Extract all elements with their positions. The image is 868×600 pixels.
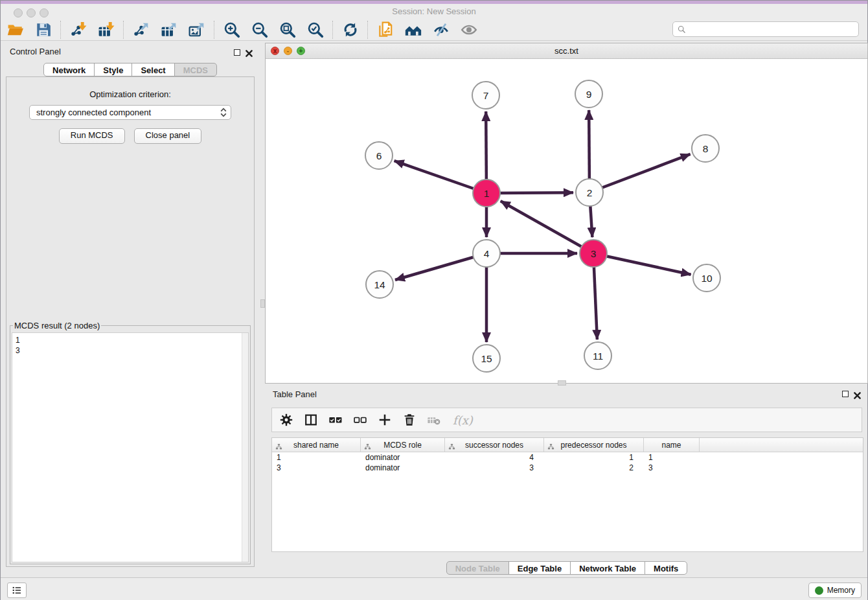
sort-grip-icon[interactable] — [364, 441, 371, 448]
table-cell[interactable]: 1 — [644, 453, 700, 462]
control-panel-close-icon[interactable] — [246, 48, 253, 60]
toolbar-separator — [214, 21, 215, 39]
graph-edge-4-14[interactable] — [395, 253, 486, 280]
zoom-in-icon[interactable] — [223, 21, 240, 38]
node-table: shared nameMCDS rolesuccessor nodesprede… — [271, 437, 863, 552]
table-cell[interactable]: 4 — [445, 453, 544, 462]
close-panel-button[interactable]: Close panel — [134, 128, 202, 144]
minimize-window-button[interactable]: - — [284, 47, 292, 55]
mcds-result-title: MCDS result (2 nodes) — [13, 321, 101, 330]
control-panel-float-icon[interactable] — [234, 49, 240, 56]
network-window-titlebar[interactable]: scc.txt x-+ — [266, 43, 867, 59]
tab-select[interactable]: Select — [131, 63, 174, 76]
export-table-icon[interactable] — [161, 21, 177, 38]
tab-node-table[interactable]: Node Table — [446, 561, 509, 575]
graph-node-label: 6 — [376, 150, 382, 161]
column-header-label: successor nodes — [465, 441, 523, 450]
graph-edge-1-6[interactable] — [394, 161, 486, 193]
table-cell[interactable]: 1 — [272, 453, 361, 462]
graph-node-label: 4 — [484, 248, 490, 259]
table-cell[interactable]: 2 — [544, 463, 644, 472]
toolbar-separator — [332, 21, 334, 39]
close-window-button[interactable]: x — [271, 47, 279, 55]
tab-motifs[interactable]: Motifs — [645, 561, 687, 575]
hide-labels-icon[interactable] — [433, 21, 450, 38]
graph-edge-3-1[interactable] — [501, 201, 593, 253]
tab-edge-table[interactable]: Edge Table — [508, 561, 571, 575]
memory-button[interactable]: Memory — [808, 583, 862, 598]
control-panel-title: Control Panel — [10, 47, 61, 56]
create-column-icon[interactable] — [378, 413, 392, 427]
graph-edge-2-8[interactable] — [589, 154, 691, 192]
zoom-window-button[interactable]: + — [297, 47, 305, 55]
open-session-icon[interactable] — [7, 21, 24, 38]
main-titlebar[interactable]: Session: New Session — [1, 4, 867, 19]
control-panel-tabs: NetworkStyleSelectMCDS — [1, 63, 260, 76]
zoom-selected-icon[interactable] — [307, 21, 324, 38]
zoom-out-icon[interactable] — [251, 21, 268, 38]
mcds-result-lines: 13 — [12, 333, 248, 356]
table-cell[interactable]: 3 — [445, 463, 544, 472]
table-panel-close-icon[interactable] — [854, 390, 861, 402]
column-header-name[interactable]: name — [644, 438, 700, 452]
apply-preferred-layout-icon[interactable] — [342, 21, 359, 38]
tab-network[interactable]: Network — [43, 63, 95, 76]
column-pane-icon[interactable] — [304, 413, 318, 427]
horizontal-splitter-handle[interactable] — [558, 380, 566, 386]
import-network-icon[interactable] — [70, 21, 87, 38]
sort-grip-icon[interactable] — [275, 441, 282, 448]
graph-edge-3-10[interactable] — [593, 253, 691, 275]
import-table-icon[interactable] — [98, 21, 115, 38]
table-panel-float-icon[interactable] — [842, 391, 849, 397]
search-icon — [677, 25, 687, 34]
run-mcds-button[interactable]: Run MCDS — [59, 128, 125, 144]
table-cell[interactable]: 3 — [272, 463, 361, 472]
save-session-icon[interactable] — [35, 21, 52, 38]
sort-grip-icon[interactable] — [448, 441, 455, 448]
export-image-icon[interactable] — [188, 21, 205, 38]
search-box[interactable] — [672, 21, 859, 37]
graph-node-label: 8 — [703, 143, 709, 154]
new-network-from-selection-icon[interactable] — [377, 21, 394, 38]
result-scrollbar[interactable] — [242, 333, 248, 562]
delete-table-icon[interactable] — [427, 413, 441, 427]
column-header-shared-name[interactable]: shared name — [272, 438, 361, 452]
column-header-MCDS-role[interactable]: MCDS role — [361, 438, 445, 452]
vertical-splitter-handle[interactable] — [260, 299, 265, 308]
first-neighbors-icon[interactable] — [405, 21, 422, 38]
column-header-predecessor-nodes[interactable]: predecessor nodes — [544, 438, 644, 452]
table-cell[interactable]: dominator — [361, 453, 445, 462]
column-header-successor-nodes[interactable]: successor nodes — [445, 438, 544, 452]
table-row[interactable]: 3dominator323 — [272, 463, 863, 473]
table-settings-icon[interactable] — [279, 413, 293, 427]
table-toolbar: f(x) — [271, 408, 862, 432]
optimization-criterion-select[interactable]: strongly connected component — [29, 105, 231, 120]
sort-grip-icon[interactable] — [547, 441, 554, 448]
network-canvas[interactable]: 7968124314101511 — [266, 58, 867, 383]
tab-network-table[interactable]: Network Table — [570, 561, 645, 575]
select-all-columns-icon[interactable] — [328, 413, 343, 427]
table-cell[interactable]: 3 — [644, 463, 700, 472]
toolbar-separator — [123, 21, 124, 39]
table-row[interactable]: 1dominator411 — [272, 452, 863, 463]
graph-node-label: 7 — [483, 90, 489, 101]
tab-mcds[interactable]: MCDS — [174, 63, 217, 76]
task-history-button[interactable] — [7, 583, 27, 598]
network-view-window[interactable]: scc.txt x-+ 7968124314101511 — [265, 43, 868, 384]
table-cell[interactable]: 1 — [544, 453, 644, 462]
tab-style[interactable]: Style — [94, 63, 132, 76]
delete-columns-icon[interactable] — [402, 413, 417, 427]
function-builder-icon[interactable]: f(x) — [453, 413, 473, 427]
search-input[interactable] — [689, 24, 854, 34]
table-panel-tabs: Node TableEdge TableNetwork TableMotifs — [265, 561, 868, 575]
graph-node-label: 3 — [591, 248, 597, 259]
mcds-result-textarea[interactable]: 13 — [12, 332, 249, 562]
toolbar-separator — [60, 21, 62, 39]
show-graphics-details-icon[interactable] — [461, 21, 477, 38]
status-bar: Memory — [1, 577, 867, 600]
unselect-all-columns-icon[interactable] — [353, 413, 367, 427]
toolbar-separator — [367, 21, 369, 39]
zoom-fit-icon[interactable] — [279, 21, 296, 38]
export-network-icon[interactable] — [133, 21, 150, 38]
table-cell[interactable]: dominator — [361, 463, 445, 472]
